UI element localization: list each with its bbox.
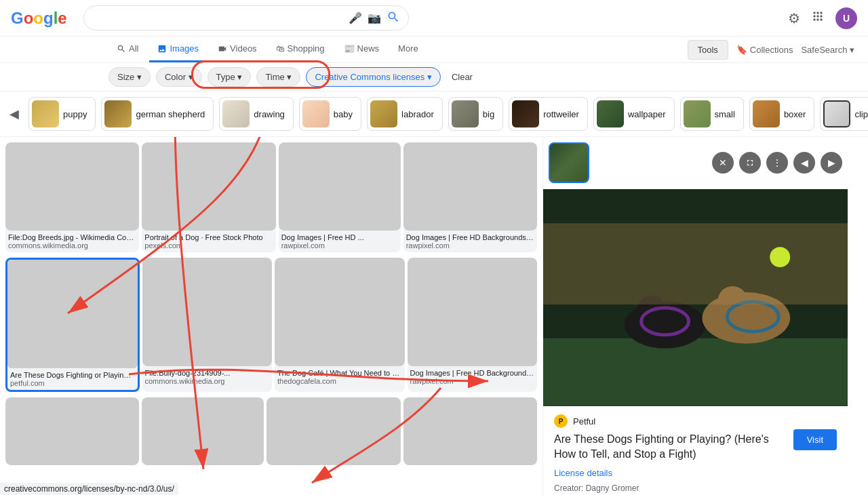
chip-clipart[interactable]: clipart [820,97,868,131]
user-avatar[interactable]: U [835,7,857,29]
result-card-8[interactable]: Dog Images | Free HD Backgrounds,... raw… [408,258,538,392]
tab-videos[interactable]: Videos [210,37,265,62]
search-bar: dog 🎤 📷 [83,5,409,31]
tab-shopping[interactable]: 🛍 Shopping [268,37,333,62]
chip-big[interactable]: big [448,97,503,131]
main-content: File:Dog Breeds.jpg - Wikimedia Comm... … [0,137,868,495]
grid-row-3 [5,397,537,465]
visit-button[interactable]: Visit [793,429,837,450]
header: Google dog 🎤 📷 ⚙ U [0,0,868,37]
side-panel-main-image[interactable] [543,189,848,406]
apps-icon[interactable] [811,9,825,26]
side-panel: ✕ ⋮ ◀ ▶ [542,137,848,495]
result-card-1[interactable]: File:Dog Breeds.jpg - Wikimedia Comm... … [5,142,139,252]
safesearch-button[interactable]: SafeSearch ▾ [801,45,854,55]
tools-button[interactable]: Tools [688,40,728,60]
chip-rottweiler[interactable]: rottweiler [509,97,588,131]
chip-baby[interactable]: baby [299,97,361,131]
result-card-10[interactable] [142,397,264,465]
chip-german-shepherd[interactable]: german shepherd [101,97,214,131]
svg-rect-9 [543,223,848,304]
result-card-12[interactable] [403,397,537,465]
filter-row: Size ▾ Color ▾ Type ▾ Time ▾ Creative Co… [0,63,868,92]
result-card-2[interactable]: Portrait of a Dog · Free Stock Photo pex… [142,142,275,252]
side-panel-body: P Petful Are These Dogs Fighting or Play… [543,406,848,495]
chip-boxer[interactable]: boxer [749,97,815,131]
side-panel-prev-icon[interactable]: ◀ [793,152,815,174]
result-card-4[interactable]: Dog Images | Free HD Backgrounds, PN... … [403,142,537,252]
google-logo[interactable]: Google [11,9,67,28]
chip-small[interactable]: small [680,97,744,131]
chip-drawing[interactable]: drawing [219,97,294,131]
license-details-link[interactable]: License details [554,468,837,478]
settings-icon[interactable]: ⚙ [788,10,800,26]
tab-all[interactable]: All [108,37,146,62]
result-card-5[interactable]: Are These Dogs Fighting or Playing ... p… [5,258,140,392]
mic-icon[interactable]: 🎤 [349,12,362,24]
nav-tabs: All Images Videos 🛍 Shopping 📰 News More [108,37,427,62]
side-panel-next-icon[interactable]: ▶ [821,152,842,174]
side-panel-title: Are These Dogs Fighting or Playing? (Her… [554,432,788,462]
side-panel-header: ✕ ⋮ ◀ ▶ [543,137,848,189]
side-panel-source: P Petful [554,414,837,428]
grid-row-2: Are These Dogs Fighting or Playing ... p… [5,258,537,392]
svg-point-10 [770,247,790,267]
filter-type[interactable]: Type ▾ [208,67,252,87]
tab-more[interactable]: More [390,37,427,62]
side-panel-fullscreen-icon[interactable] [739,152,761,174]
chips-row: ◀ puppy german shepherd drawing baby lab… [0,92,868,137]
filter-clear[interactable]: Clear [446,68,478,86]
lens-icon[interactable]: 📷 [368,12,381,24]
side-panel-source-icon: P [554,414,568,428]
filter-color[interactable]: Color ▾ [156,67,202,87]
filter-size[interactable]: Size ▾ [108,67,151,87]
search-icon[interactable] [387,10,400,26]
result-card-7[interactable]: The Dog Café | What You Need to Know ...… [275,258,405,392]
tab-news[interactable]: 📰 News [336,37,388,62]
result-card-9[interactable] [5,397,139,465]
side-panel-more-icon[interactable]: ⋮ [766,152,788,174]
tab-images[interactable]: Images [149,37,207,62]
svg-rect-2 [543,338,848,406]
side-panel-close-button[interactable]: ✕ [712,152,734,174]
filter-cc-licenses[interactable]: Creative Commons licenses ▾ [306,67,440,87]
grid-row-1: File:Dog Breeds.jpg - Wikimedia Comm... … [5,142,537,252]
chips-prev-icon[interactable]: ◀ [5,104,23,124]
collections-button[interactable]: 🔖 Collections [736,45,793,55]
side-panel-controls: ✕ ⋮ ◀ ▶ [712,152,842,174]
chip-wallpaper[interactable]: wallpaper [593,97,675,131]
result-card-6[interactable]: File:Bully-dog-2314909-... commons.wikim… [142,258,273,392]
result-card-11[interactable] [267,397,400,465]
search-input[interactable]: dog [92,12,343,24]
filter-time[interactable]: Time ▾ [256,67,300,87]
chip-puppy[interactable]: puppy [28,97,96,131]
url-bar: creativecommons.org/licenses/by-nc-nd/3.… [0,483,178,495]
results-grid: File:Dog Breeds.jpg - Wikimedia Comm... … [0,137,542,495]
side-panel-thumbnail[interactable] [549,142,589,183]
result-card-3[interactable]: Dog Images | Free HD ... rawpixel.com [279,142,401,252]
header-right: ⚙ U [788,7,857,29]
chip-labrador[interactable]: labrador [367,97,443,131]
side-panel-meta: Creator: Dagny Gromer Copyright: © 2019 … [554,482,837,495]
